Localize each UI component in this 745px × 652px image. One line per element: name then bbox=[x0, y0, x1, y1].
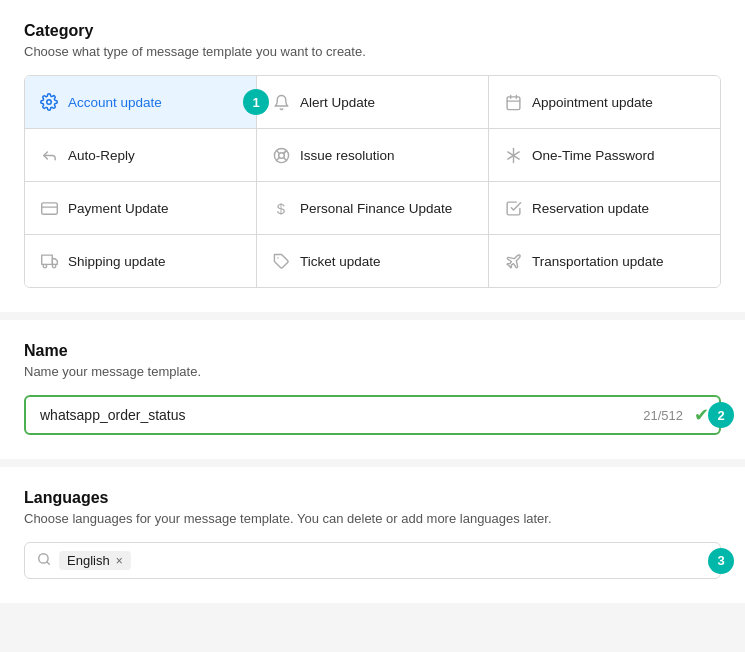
category-cell-auto-reply[interactable]: Auto-Reply bbox=[25, 129, 257, 181]
tag-icon bbox=[271, 253, 291, 270]
category-subtitle: Choose what type of message template you… bbox=[24, 44, 721, 59]
category-cell-payment-update[interactable]: Payment Update bbox=[25, 182, 257, 234]
category-grid: Account update 1 Alert Update Appointmen… bbox=[24, 75, 721, 288]
asterisk-icon bbox=[503, 147, 523, 164]
step-3-badge: 3 bbox=[708, 548, 734, 574]
category-label-reservation-update: Reservation update bbox=[532, 201, 649, 216]
category-cell-alert-update[interactable]: Alert Update bbox=[257, 76, 489, 128]
svg-line-7 bbox=[276, 150, 279, 153]
svg-rect-1 bbox=[507, 96, 520, 109]
category-label-personal-finance: Personal Finance Update bbox=[300, 201, 452, 216]
svg-point-20 bbox=[52, 264, 56, 268]
grid-row-3: Payment Update $ Personal Finance Update… bbox=[25, 182, 720, 235]
grid-row-2: Auto-Reply Issue resolution One-Time Pas… bbox=[25, 129, 720, 182]
category-cell-ticket-update[interactable]: Ticket update bbox=[257, 235, 489, 287]
svg-line-10 bbox=[283, 150, 286, 153]
language-tag-label: English bbox=[67, 553, 110, 568]
svg-line-8 bbox=[283, 157, 286, 160]
languages-section: Languages Choose languages for your mess… bbox=[0, 467, 745, 603]
name-title: Name bbox=[24, 342, 721, 360]
svg-line-23 bbox=[47, 562, 50, 565]
name-input-wrap: 21/512 ✔ bbox=[24, 395, 721, 435]
category-label-shipping-update: Shipping update bbox=[68, 254, 166, 269]
category-label-alert-update: Alert Update bbox=[300, 95, 375, 110]
truck-icon bbox=[39, 253, 59, 270]
reply-icon bbox=[39, 147, 59, 164]
name-subtitle: Name your message template. bbox=[24, 364, 721, 379]
category-cell-otp[interactable]: One-Time Password bbox=[489, 129, 720, 181]
category-label-otp: One-Time Password bbox=[532, 148, 655, 163]
grid-row-1: Account update 1 Alert Update Appointmen… bbox=[25, 76, 720, 129]
svg-line-11 bbox=[276, 157, 279, 160]
dollar-icon: $ bbox=[271, 200, 291, 217]
category-cell-shipping-update[interactable]: Shipping update bbox=[25, 235, 257, 287]
language-tag-english: English × bbox=[59, 551, 131, 570]
template-name-input[interactable] bbox=[24, 395, 721, 435]
category-label-ticket-update: Ticket update bbox=[300, 254, 381, 269]
search-icon bbox=[37, 552, 51, 569]
category-cell-appointment-update[interactable]: Appointment update bbox=[489, 76, 720, 128]
category-cell-issue-resolution[interactable]: Issue resolution bbox=[257, 129, 489, 181]
remove-language-button[interactable]: × bbox=[116, 554, 123, 568]
svg-rect-17 bbox=[41, 255, 52, 264]
gear-icon bbox=[39, 93, 59, 111]
svg-rect-15 bbox=[41, 202, 57, 213]
category-label-transportation-update: Transportation update bbox=[532, 254, 664, 269]
lang-input-wrap[interactable]: English × bbox=[24, 542, 721, 579]
languages-title: Languages bbox=[24, 489, 721, 507]
svg-point-0 bbox=[47, 100, 52, 105]
step-2-badge: 2 bbox=[708, 402, 734, 428]
category-cell-reservation-update[interactable]: Reservation update bbox=[489, 182, 720, 234]
name-input-container: 21/512 ✔ 2 bbox=[24, 395, 721, 435]
checkbox-icon bbox=[503, 200, 523, 217]
credit-card-icon bbox=[39, 200, 59, 217]
lifebuoy-icon bbox=[271, 147, 291, 164]
category-label-payment-update: Payment Update bbox=[68, 201, 169, 216]
page: Category Choose what type of message tem… bbox=[0, 0, 745, 603]
bell-icon bbox=[271, 94, 291, 111]
category-label-appointment-update: Appointment update bbox=[532, 95, 653, 110]
lang-input-container: English × 3 bbox=[24, 542, 721, 579]
category-cell-account-update[interactable]: Account update 1 bbox=[25, 76, 257, 128]
step-1-badge: 1 bbox=[243, 89, 269, 115]
category-cell-transportation-update[interactable]: Transportation update bbox=[489, 235, 720, 287]
category-label-auto-reply: Auto-Reply bbox=[68, 148, 135, 163]
calendar-icon bbox=[503, 94, 523, 111]
svg-point-19 bbox=[43, 264, 47, 268]
category-section: Category Choose what type of message tem… bbox=[0, 0, 745, 312]
grid-row-4: Shipping update Ticket update Transporta… bbox=[25, 235, 720, 287]
category-label-account-update: Account update bbox=[68, 95, 162, 110]
category-cell-personal-finance[interactable]: $ Personal Finance Update bbox=[257, 182, 489, 234]
plane-icon bbox=[503, 253, 523, 270]
category-title: Category bbox=[24, 22, 721, 40]
category-label-issue-resolution: Issue resolution bbox=[300, 148, 395, 163]
svg-marker-18 bbox=[52, 258, 57, 264]
languages-subtitle: Choose languages for your message templa… bbox=[24, 511, 721, 526]
name-section: Name Name your message template. 21/512 … bbox=[0, 320, 745, 459]
